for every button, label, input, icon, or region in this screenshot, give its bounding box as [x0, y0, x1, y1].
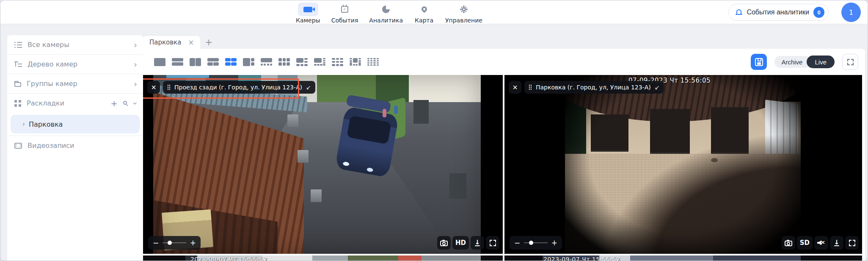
zoom-in-button[interactable]: + [190, 239, 196, 247]
camera-control-button[interactable] [814, 236, 828, 250]
sidebar-item-all-cameras[interactable]: Все камеры › [7, 35, 143, 54]
camera-tile-partial[interactable]: 2023-09-07 Чт 15:55:52 [504, 255, 862, 261]
user-avatar[interactable]: 1 [841, 3, 861, 22]
scene-garage-door [591, 114, 628, 152]
zoom-track[interactable] [163, 242, 186, 243]
add-layout-button[interactable]: + [110, 99, 118, 108]
zoom-track[interactable] [524, 242, 548, 243]
camera-control-icon [849, 240, 855, 246]
zoom-knob[interactable] [529, 241, 533, 245]
layout-option[interactable] [348, 57, 362, 67]
layout-grid-icon [278, 58, 290, 66]
drag-dots-icon[interactable] [529, 84, 532, 90]
nav-label: Аналитика [369, 17, 403, 24]
analytics-events-button[interactable]: События аналитики 0 [728, 4, 829, 21]
tab-close-icon[interactable]: × [188, 39, 194, 46]
chevron-down-icon[interactable]: › [131, 102, 140, 105]
tab-label: Парковка [149, 39, 181, 46]
folder-icon [14, 82, 21, 87]
layout-grid-icon [296, 58, 308, 66]
scene-sky-strip [166, 75, 209, 78]
layout-option[interactable] [313, 57, 327, 67]
zoom-out-button[interactable]: − [153, 239, 159, 247]
layout-option[interactable] [277, 57, 291, 67]
nav-label: Управление [445, 17, 482, 24]
zoom-slider: − + [510, 236, 562, 250]
camera-control-button[interactable] [845, 236, 859, 250]
sidebar-item-label: Видеозаписи [28, 142, 74, 150]
archive-button[interactable]: Archive [774, 56, 811, 68]
layout-option[interactable] [259, 57, 273, 67]
zoom-slider: − + [148, 236, 201, 250]
scene-person-pink [383, 109, 386, 117]
chevron-right-icon: › [134, 60, 137, 69]
layout-option[interactable] [295, 57, 309, 67]
camera-control-button[interactable] [486, 236, 499, 250]
camera-control-button[interactable] [830, 236, 843, 250]
camera-close-button[interactable]: × [147, 81, 160, 94]
camera-control-button[interactable]: HD [452, 236, 469, 250]
collapse-corner-icon[interactable]: ↙ [655, 84, 660, 91]
camera-header: × Проезд сзади (г. Город, ул. Улица 123-… [147, 81, 315, 94]
nav-item[interactable]: Управление [445, 3, 482, 24]
sidebar-layout-parkovka[interactable]: › Парковка [11, 115, 140, 133]
layout-grid-icon [350, 58, 361, 66]
camera-close-button[interactable]: × [509, 81, 521, 94]
camera-title: Парковка (г. Город, ул, Улица 123-А) [536, 84, 651, 91]
layout-option[interactable] [242, 57, 256, 67]
scene-metal-cabinets [765, 100, 798, 186]
nav-item[interactable]: События [331, 3, 358, 24]
scene-shadow [598, 129, 801, 254]
save-layout-button[interactable] [751, 54, 767, 70]
floppy-icon [755, 58, 763, 66]
analytics-events-count-badge: 0 [813, 7, 824, 18]
mode-toggle: Archive Live [774, 56, 835, 68]
camera-tile-partial[interactable]: 2023-09-07 Чт 15:55:52 [143, 255, 503, 261]
layout-option[interactable] [331, 57, 344, 67]
nav-item[interactable]: Карта [414, 3, 434, 24]
camera-tile-proezd-szadi[interactable]: × Проезд сзади (г. Город, ул. Улица 123-… [143, 75, 503, 254]
main-nav: Камеры События Аналитика Карта [296, 3, 482, 24]
scene-person-blue [394, 106, 398, 114]
layout-option[interactable] [188, 57, 202, 67]
sidebar-item-label: Все камеры [28, 41, 69, 49]
add-tab-button[interactable]: + [205, 38, 213, 49]
layout-grid-icon [314, 58, 325, 66]
sidebar-item-recordings[interactable]: Видеозаписи [7, 136, 143, 155]
bell-icon [736, 9, 742, 15]
live-button[interactable]: Live [807, 56, 835, 68]
zoom-knob[interactable] [168, 241, 172, 245]
layout-grid-icon [172, 58, 183, 66]
sidebar-item-camera-tree[interactable]: Дерево камер › [7, 55, 143, 74]
grid-fullscreen-button[interactable] [842, 54, 858, 70]
tab-parkovka[interactable]: Парковка × [143, 36, 200, 49]
layout-option[interactable] [206, 57, 220, 67]
camera-control-button[interactable] [782, 236, 795, 250]
camera-control-button[interactable]: SD [797, 236, 813, 250]
layout-option[interactable] [366, 57, 380, 67]
camera-title-bar[interactable]: Парковка (г. Город, ул, Улица 123-А) ↙ [524, 81, 664, 94]
camera-control-button[interactable] [471, 236, 484, 250]
scene-left-fence [565, 86, 586, 178]
scene-asphalt [153, 75, 481, 254]
layout-option[interactable] [171, 57, 185, 67]
layout-option[interactable] [224, 57, 238, 67]
sidebar-item-layouts[interactable]: Раскладки + › [7, 94, 143, 113]
sidebar-item-camera-groups[interactable]: Группы камер › [7, 74, 143, 93]
layout-option[interactable] [153, 57, 167, 67]
scene-containers [153, 92, 304, 254]
camera-control-button[interactable] [437, 236, 451, 250]
video-frame: 07-09-2023 Чт 15:56:05 [565, 75, 801, 254]
zoom-out-button[interactable]: − [514, 239, 520, 247]
nav-item[interactable]: Камеры [296, 3, 320, 24]
zoom-in-button[interactable]: + [551, 239, 557, 247]
drag-dots-icon[interactable] [167, 84, 171, 90]
camera-osd-timestamp: 2023-09-07 Чт 15:55:52 [190, 256, 267, 261]
camera-tile-parkovka[interactable]: 07-09-2023 Чт 15:56:05 × Парковка (г. Го… [504, 75, 862, 254]
nav-item[interactable]: Аналитика [369, 3, 403, 24]
collapse-corner-icon[interactable]: ↙ [306, 84, 311, 91]
camera-title-bar[interactable]: Проезд сзади (г. Город, ул. Улица 123-А)… [163, 81, 315, 94]
layout-grid-icon [367, 58, 379, 66]
search-icon[interactable] [123, 101, 127, 105]
scene-car [335, 106, 399, 178]
